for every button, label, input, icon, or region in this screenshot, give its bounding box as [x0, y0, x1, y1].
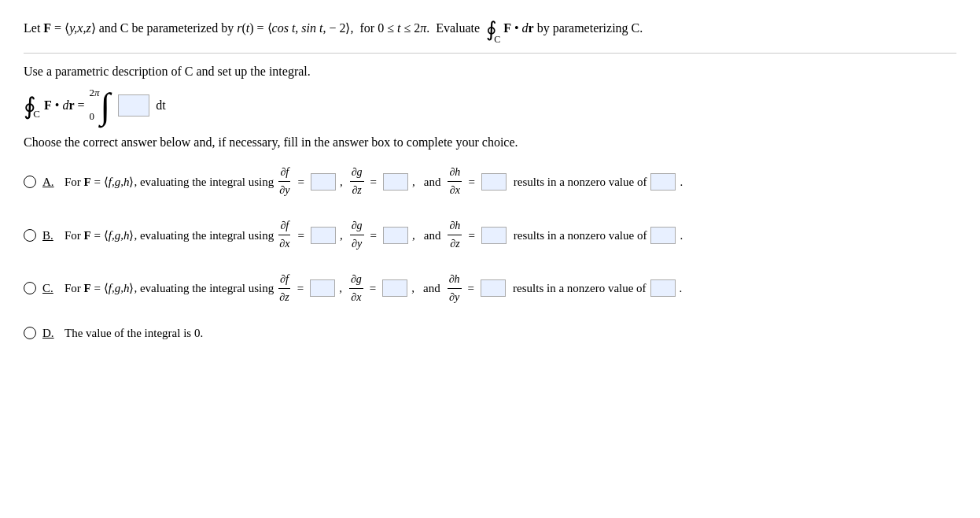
choice-B-box1[interactable]	[311, 227, 336, 244]
integral-symbol: ∫	[101, 88, 111, 124]
choice-A-comma2: ,	[412, 172, 415, 191]
choice-A-eq1: =	[297, 172, 304, 191]
choice-C-content: For F = ⟨f,g,h⟩, evaluating the integral…	[64, 271, 682, 307]
choice-B-row: B. For F = ⟨f,g,h⟩, evaluating the integ…	[24, 217, 956, 253]
choice-C-frac3: ∂h ∂y	[448, 271, 462, 307]
choice-B-suffix: results in a nonzero value of	[514, 226, 647, 245]
choice-D-text: The value of the integral is 0.	[64, 324, 203, 342]
choice-B-radio[interactable]	[24, 229, 36, 242]
choice-A-content: For F = ⟨f,g,h⟩, evaluating the integral…	[64, 164, 683, 200]
choice-B-content: For F = ⟨f,g,h⟩, evaluating the integral…	[64, 217, 683, 253]
choice-B-eq3: =	[468, 226, 474, 245]
choose-text: Choose the correct answer below and, if …	[24, 135, 956, 150]
choice-B-frac3: ∂h ∂z	[448, 217, 462, 253]
choice-A-frac2: ∂g ∂z	[350, 164, 364, 200]
choice-A-and: and	[424, 172, 441, 191]
dt-label: dt	[156, 98, 165, 113]
choice-C-box1[interactable]	[310, 279, 335, 297]
choice-C-frac2: ∂g ∂x	[349, 271, 363, 307]
choice-B-eq2: =	[370, 226, 377, 245]
contour-integral-lhs: ∮C	[24, 92, 36, 120]
problem-text: Let F = ⟨y,x,z⟩ and C be parameterized b…	[24, 21, 643, 35]
choice-C-box4[interactable]	[650, 279, 676, 297]
choice-C-frac1: ∂f ∂z	[278, 271, 290, 307]
choice-A-eq3: =	[468, 172, 474, 191]
choice-C-label: C.	[42, 279, 60, 298]
choice-B-frac1: ∂f ∂x	[278, 217, 291, 253]
choice-C-eq2: =	[370, 279, 376, 298]
choice-B-comma1: ,	[340, 226, 343, 245]
choice-A-period: .	[680, 172, 683, 191]
choice-A-frac3: ∂h ∂x	[448, 164, 462, 200]
problem-statement: Let F = ⟨y,x,z⟩ and C be parameterized b…	[24, 14, 956, 54]
setup-answer-box-container	[116, 94, 151, 117]
upper-bound: 2π	[90, 87, 100, 99]
choice-D-label: D.	[42, 324, 60, 342]
choice-B-box4[interactable]	[650, 227, 676, 244]
choice-B-and: and	[424, 226, 441, 245]
choice-D-radio[interactable]	[24, 327, 36, 339]
lhs-integrand: F • dr =	[44, 98, 88, 113]
choice-C-comma1: ,	[339, 279, 342, 298]
choice-A-eq2: =	[370, 172, 377, 191]
choice-A-box1[interactable]	[311, 173, 336, 191]
lower-bound: 0	[90, 110, 100, 123]
choice-C-box3[interactable]	[481, 279, 506, 297]
choice-C-prefix: For F = ⟨f,g,h⟩, evaluating the integral…	[64, 279, 274, 298]
integral-bounds-display: 2π 0 ∫	[90, 87, 111, 124]
choice-C-comma2: ,	[411, 279, 414, 298]
choice-A-box3[interactable]	[481, 173, 507, 191]
choice-A-radio[interactable]	[24, 176, 36, 188]
choice-C-and: and	[423, 279, 440, 298]
choice-C-row: C. For F = ⟨f,g,h⟩, evaluating the integ…	[24, 271, 956, 307]
choice-C-eq1: =	[297, 279, 304, 298]
choice-B-prefix: For F = ⟨f,g,h⟩, evaluating the integral…	[64, 226, 274, 245]
choice-A-comma1: ,	[340, 172, 343, 191]
choice-A-box2[interactable]	[383, 173, 408, 191]
choice-C-eq3: =	[468, 279, 474, 298]
choice-B-box2[interactable]	[383, 227, 408, 244]
choice-C-box2[interactable]	[382, 279, 407, 297]
choice-B-eq1: =	[297, 226, 304, 245]
choice-B-box3[interactable]	[481, 227, 507, 244]
choice-A-suffix: results in a nonzero value of	[514, 172, 647, 191]
choice-C-suffix: results in a nonzero value of	[513, 279, 647, 298]
choice-A-label: A.	[42, 172, 60, 191]
choice-D-row: D. The value of the integral is 0.	[24, 324, 956, 342]
choice-B-frac2: ∂g ∂y	[350, 217, 364, 253]
integral-display: ∮C F • dr = 2π 0 ∫ dt	[24, 87, 956, 124]
choice-A-row: A. For F = ⟨f,g,h⟩, evaluating the integ…	[24, 164, 956, 200]
choice-A-frac1: ∂f ∂y	[278, 164, 291, 200]
choice-A-box4[interactable]	[650, 173, 676, 191]
choice-A-prefix: For F = ⟨f,g,h⟩, evaluating the integral…	[64, 172, 274, 191]
choice-B-comma2: ,	[412, 226, 415, 245]
choice-B-label: B.	[42, 226, 60, 245]
choice-C-radio[interactable]	[24, 282, 36, 294]
choice-B-period: .	[680, 226, 683, 245]
setup-text: Use a parametric description of C and se…	[24, 65, 956, 79]
choices-section: A. For F = ⟨f,g,h⟩, evaluating the integ…	[24, 164, 956, 342]
choice-C-period: .	[680, 279, 683, 298]
setup-answer-box[interactable]	[118, 94, 149, 117]
